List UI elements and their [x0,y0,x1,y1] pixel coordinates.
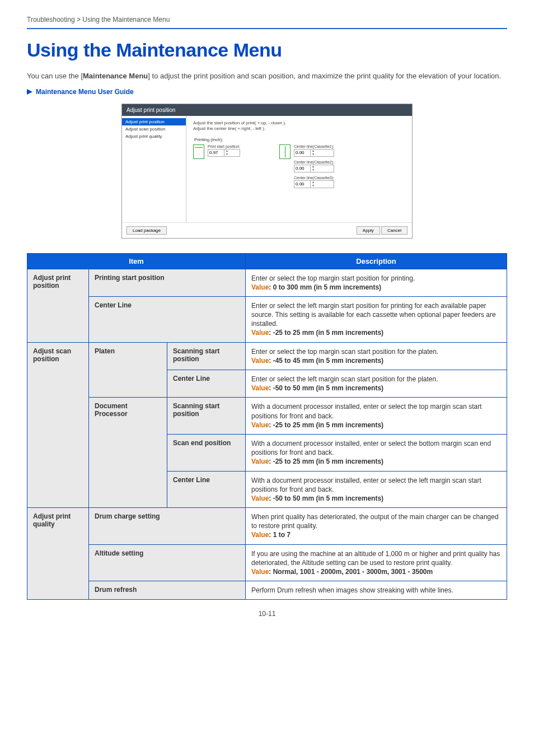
desc-r9: If you are using the machine at an altit… [251,550,500,567]
intro-post: ] to adjust the print position and scan … [148,72,501,80]
value-label: Value [251,384,269,392]
val-r5: : -25 to 25 mm (in 5 mm increments) [269,421,383,429]
table-row: Adjust scan position Platen Scanning sta… [27,342,507,370]
group-adjust-print-position: Adjust print position [27,269,89,342]
shot-c2-label: Center line(Cassette2): [294,160,334,164]
settings-table: Item Description Adjust print position P… [27,253,507,600]
desc-r5: With a document processor installed, ent… [251,403,482,419]
print-start-input[interactable] [208,150,224,155]
value-label: Value [251,329,269,337]
val-r3: : -45 to 45 mm (in 5 mm increments) [269,357,383,365]
arrow-right-icon [27,89,32,95]
shot-c3-label: Center line(Cassette3): [294,176,334,180]
value-label: Value [251,458,269,465]
sub-scan-end-dp: Scan end position [167,434,246,471]
center-line-2-input[interactable] [294,166,310,171]
val-r8: : 1 to 7 [269,531,291,539]
desc-r8: When print quality has deteriorated, the… [251,513,499,530]
desc-r3: Enter or select the top margin scan star… [251,348,438,356]
val-r6: : -25 to 25 mm (in 5 mm increments) [269,458,383,465]
shot-section-label: Printing (inch): [194,137,405,142]
table-row: Center Line Enter or select the left mar… [27,296,507,342]
value-label: Value [251,568,269,576]
value-label: Value [251,494,269,502]
value-label: Value [251,531,269,539]
page-number: 10-11 [27,610,507,618]
sub-platen: Platen [89,342,167,398]
table-row: Document Processor Scanning start positi… [27,398,507,435]
header-rule [27,28,507,29]
desc-r7: With a document processor installed, ent… [251,477,481,493]
value-label: Value [251,421,269,429]
center-line-1-spinner[interactable]: ▲▼ [294,149,334,157]
val-r9: : Normal, 1001 - 2000m, 2001 - 3000m, 30… [269,568,433,576]
apply-button[interactable]: Apply [357,226,380,235]
guide-link[interactable]: Maintenance Menu User Guide [27,88,507,96]
guide-link-label: Maintenance Menu User Guide [36,88,134,96]
sub-altitude: Altitude setting [89,544,246,581]
print-start-spinner[interactable]: ▲▼ [208,149,240,157]
center-line-3-spinner[interactable]: ▲▼ [294,180,334,188]
sub-center-line-platen: Center Line [167,370,246,398]
table-row: Adjust print quality Drum charge setting… [27,508,507,545]
shot-sidebar: Adjust print position Adjust scan positi… [122,116,186,222]
sub-scan-start-dp: Scanning start position [167,398,246,435]
desc-r6: With a document processor installed, ent… [251,440,491,456]
value-label: Value [251,357,269,365]
intro-bold: Maintenance Menu [83,72,148,80]
shot-start-label: Print start position: [208,144,240,148]
shot-c1-label: Center line(Cassette1): [294,144,334,148]
sub-document-processor: Document Processor [89,398,167,508]
val-r1: : 0 to 300 mm (in 5 mm increments) [269,283,381,291]
paper-horizontal-icon [193,144,204,159]
th-desc: Description [246,253,507,269]
group-adjust-scan-position: Adjust scan position [27,342,89,507]
shot-side-item-0[interactable]: Adjust print position [122,118,186,125]
desc-r2: Enter or select the left margin start po… [251,302,496,328]
table-row: Altitude setting If you are using the ma… [27,544,507,581]
shot-side-item-1[interactable]: Adjust scan position [122,125,186,133]
sub-printing-start: Printing start position [89,269,246,296]
sub-center-line-dp: Center Line [167,471,246,508]
intro-text: You can use the [Maintenance Menu] to ad… [27,71,507,81]
maintenance-screenshot: Adjust print position Adjust print posit… [121,104,413,239]
sub-drum-refresh: Drum refresh [89,581,246,600]
group-adjust-print-quality: Adjust print quality [27,508,89,600]
svg-marker-0 [27,89,32,95]
desc-r10: Perform Drum refresh when images show st… [251,586,453,594]
paper-vertical-icon [279,144,291,159]
intro-pre: You can use the [ [27,72,83,80]
sub-drum-charge: Drum charge setting [89,508,246,545]
shot-title: Adjust print position [122,104,412,116]
center-line-2-spinner[interactable]: ▲▼ [294,165,334,172]
center-line-3-input[interactable] [294,181,310,186]
sub-scan-start-platen: Scanning start position [167,342,246,370]
sub-center-line-print: Center Line [89,296,246,342]
table-row: Drum refresh Perform Drum refresh when i… [27,581,507,600]
shot-hint-2: Adjust the center line( +:right, -:left … [193,126,405,132]
val-r4: : -50 to 50 mm (in 5 mm increments) [269,384,383,392]
table-row: Adjust print position Printing start pos… [27,269,507,296]
load-package-button[interactable]: Load package [127,226,167,235]
page-title: Using the Maintenance Menu [27,39,507,61]
shot-hint-1: Adjust the start position of print( +:up… [193,120,405,126]
desc-r1: Enter or select the top margin start pos… [251,274,415,282]
val-r2: : -25 to 25 mm (in 5 mm increments) [269,329,383,337]
cancel-button[interactable]: Cancel [381,226,407,235]
desc-r4: Enter or select the left margin scan sta… [251,375,438,383]
val-r7: : -50 to 50 mm (in 5 mm increments) [269,494,383,502]
value-label: Value [251,283,269,291]
shot-side-item-2[interactable]: Adjust print quality [122,133,186,140]
breadcrumb: Troubleshooting > Using the Maintenance … [27,16,507,24]
center-line-1-input[interactable] [294,150,310,155]
th-item: Item [27,253,246,269]
